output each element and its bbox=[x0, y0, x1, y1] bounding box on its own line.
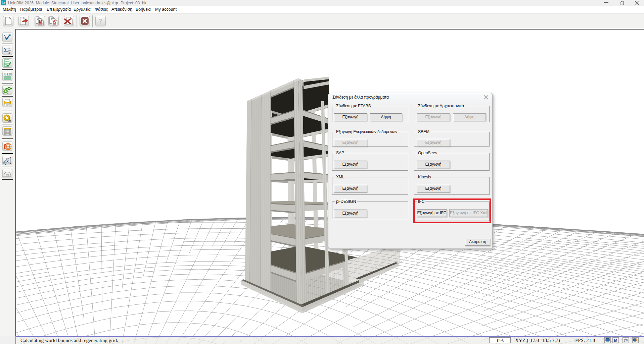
svg-text:Σ: Σ bbox=[4, 47, 8, 54]
svg-text:∞: ∞ bbox=[8, 47, 10, 50]
svg-text:?: ? bbox=[98, 17, 102, 25]
svg-text:A: A bbox=[53, 19, 56, 24]
svg-text:∅12/10: ∅12/10 bbox=[4, 73, 12, 76]
svg-text:B: B bbox=[39, 19, 42, 24]
svg-text:2: 2 bbox=[8, 51, 10, 54]
